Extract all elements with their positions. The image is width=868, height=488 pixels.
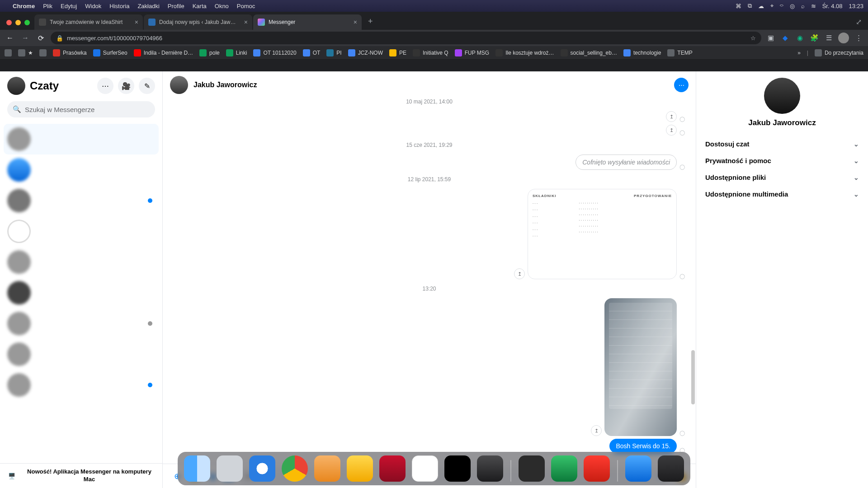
bookmark-fup[interactable]: FUP MSG	[455, 49, 489, 56]
menu-pomoc[interactable]: Pomoc	[237, 3, 255, 9]
chat-item[interactable]	[4, 277, 159, 308]
close-icon[interactable]: ×	[244, 19, 248, 26]
expand-icon[interactable]: ⤢	[856, 18, 864, 30]
app-name[interactable]: Chrome	[13, 3, 35, 9]
my-avatar[interactable]	[7, 77, 25, 95]
bookmark-pi[interactable]: PI	[326, 49, 341, 56]
close-icon[interactable]: ×	[135, 19, 138, 26]
sidebar-footer[interactable]: 🖥️ Nowość! Aplikacja Messenger na komput…	[0, 463, 162, 488]
star-icon[interactable]: ☆	[750, 35, 756, 42]
bookmark-pole[interactable]: pole	[199, 49, 220, 56]
chat-item[interactable]	[4, 124, 159, 155]
accordion-privacy[interactable]: Prywatność i pomoc⌄	[696, 152, 868, 169]
share-icon[interactable]: ↥	[591, 425, 602, 436]
contact-big-avatar[interactable]	[764, 78, 800, 114]
more-options-button[interactable]: ⋯	[97, 78, 113, 94]
new-room-button[interactable]: 🎥	[118, 78, 134, 94]
accordion-media[interactable]: Udostępnione multimedia⌄	[696, 186, 868, 202]
wifi-icon[interactable]: ⌔	[780, 3, 783, 9]
bookmark-surferseo[interactable]: SurferSeo	[93, 49, 127, 56]
extension-icon[interactable]: ◉	[795, 34, 805, 42]
share-icon[interactable]: ↥	[666, 125, 677, 136]
bookmark-iq[interactable]: Initiative Q	[413, 49, 448, 56]
sent-message[interactable]: Bosh Serwis do 15.	[609, 439, 677, 453]
tab-wordpress[interactable]: Dodaj nowy wpis ‹ Jakub Jaw… ×	[144, 14, 252, 30]
bookmark-ot2[interactable]: OT	[303, 49, 321, 56]
share-icon[interactable]: ↥	[666, 111, 677, 122]
bluetooth-icon[interactable]: ⌖	[770, 2, 774, 9]
menu-okno[interactable]: Okno	[215, 3, 229, 9]
menubar-time[interactable]: 13:23	[849, 3, 863, 9]
bookmark-ot1[interactable]: OT 10112020	[253, 49, 296, 56]
bookmark-jcz[interactable]: JCZ-NOW	[348, 49, 383, 56]
contact-avatar[interactable]	[170, 76, 188, 94]
bookmark-ile[interactable]: Ile kosztuje wdroż…	[495, 49, 554, 56]
bookmark-linki[interactable]: Linki	[226, 49, 247, 56]
bookmark-item[interactable]	[39, 49, 47, 56]
chat-item[interactable]	[4, 216, 159, 247]
bookmark-tech[interactable]: technologie	[623, 49, 661, 56]
new-tab-button[interactable]: +	[363, 17, 378, 30]
bookmark-prasowka[interactable]: Prasówka	[53, 49, 87, 56]
tray-icon[interactable]: ⧉	[748, 2, 752, 9]
attach-image-button[interactable]: 🖼️	[188, 470, 201, 483]
chat-item[interactable]	[4, 155, 159, 185]
contact-name[interactable]: Jakub Jaworowicz	[193, 81, 257, 89]
accordion-customize[interactable]: Dostosuj czat⌄	[696, 136, 868, 152]
reading-list[interactable]: Do przeczytania	[815, 49, 863, 56]
menu-edytuj[interactable]: Edytuj	[61, 3, 77, 9]
window-controls[interactable]	[4, 20, 34, 30]
siri-icon[interactable]: ≋	[811, 3, 816, 9]
bookmark-item[interactable]	[5, 49, 12, 56]
menubar-date[interactable]: Śr. 4.08	[822, 3, 843, 9]
emoji-button[interactable]: ☺	[656, 471, 665, 481]
message-list[interactable]: 10 maj 2021, 14:00 ↥◯ ↥◯ 15 cze 2021, 19…	[163, 99, 696, 464]
tab-messenger[interactable]: Messenger ×	[253, 14, 362, 30]
menu-profile[interactable]: Profile	[168, 3, 184, 9]
spotlight-icon[interactable]: ⌕	[801, 3, 805, 9]
chat-list[interactable]	[0, 122, 162, 463]
search-input[interactable]: 🔍 Szukaj w Messengerze	[7, 101, 155, 117]
reload-button[interactable]: ⟳	[35, 34, 46, 42]
menu-icon[interactable]: ⋮	[854, 34, 863, 42]
extension-icon[interactable]: ▣	[766, 34, 776, 42]
menu-karta[interactable]: Karta	[193, 3, 207, 9]
bookmark-social[interactable]: social_selling_eb…	[561, 49, 617, 56]
tab-ideashirt[interactable]: Twoje zamówienie w IdeaShirt ×	[34, 14, 143, 30]
back-button[interactable]: ←	[5, 34, 15, 42]
more-actions-button[interactable]: ⊕	[171, 470, 184, 483]
compose-button[interactable]: ✎	[139, 78, 155, 94]
forward-button[interactable]: →	[20, 34, 31, 42]
info-button[interactable]: ⋯	[674, 78, 689, 92]
like-button[interactable]: 👍	[675, 470, 688, 482]
reading-list-icon[interactable]: ☰	[824, 34, 834, 42]
control-center-icon[interactable]: ◎	[790, 3, 795, 9]
chat-item[interactable]	[4, 339, 159, 370]
close-window-icon[interactable]	[6, 20, 12, 25]
image-message[interactable]: SKŁADNIKIPRZYGOTOWANIE · · ·· · ·· · ·· …	[528, 189, 677, 279]
bookmark-item[interactable]: ★	[18, 49, 33, 56]
tray-icon[interactable]: ⌘	[736, 3, 741, 9]
share-icon[interactable]: ↥	[514, 268, 525, 279]
maximize-window-icon[interactable]	[24, 20, 30, 25]
menu-plik[interactable]: Plik	[43, 3, 52, 9]
menu-historia[interactable]: Historia	[109, 3, 129, 9]
chat-item[interactable]	[4, 308, 159, 339]
menu-widok[interactable]: Widok	[85, 3, 101, 9]
address-bar[interactable]: 🔒 messenger.com/t/100000079704966 ☆	[51, 32, 761, 44]
image-message[interactable]	[604, 298, 677, 436]
menu-zakladki[interactable]: Zakładki	[137, 3, 159, 9]
extensions-icon[interactable]: 🧩	[809, 34, 819, 42]
scrollbar[interactable]	[691, 234, 695, 446]
tray-icon[interactable]: ☁︎	[758, 3, 764, 9]
bookmark-overflow[interactable]: »	[797, 50, 801, 56]
chat-item[interactable]	[4, 247, 159, 277]
close-icon[interactable]: ×	[354, 19, 357, 26]
chat-item[interactable]	[4, 185, 159, 216]
gif-button[interactable]: GIF	[222, 472, 234, 480]
chat-item[interactable]	[4, 370, 159, 400]
accordion-files[interactable]: Udostępnione pliki⌄	[696, 169, 868, 186]
sticker-button[interactable]: ◨	[205, 470, 218, 483]
extension-icon[interactable]: ◆	[780, 34, 790, 42]
minimize-window-icon[interactable]	[15, 20, 21, 25]
